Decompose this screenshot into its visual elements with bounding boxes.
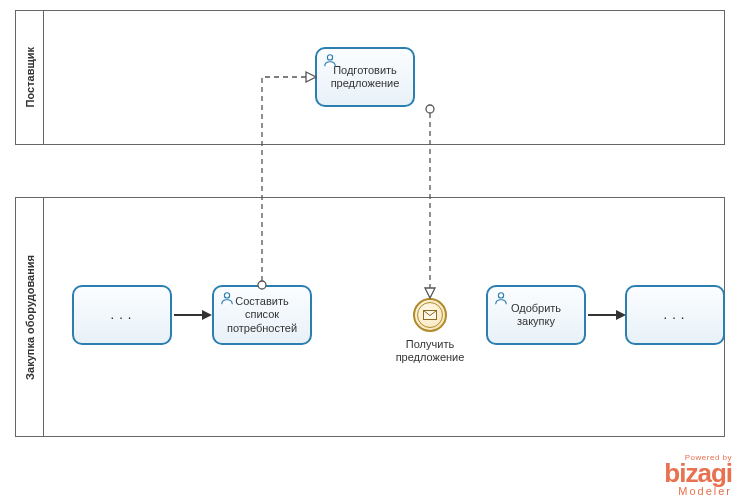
task-approve[interactable]: Одобрить закупку: [486, 285, 586, 345]
user-icon: [220, 291, 234, 305]
flow-sp1-compose-head: [202, 310, 212, 320]
subprocess-right-label: ...: [662, 309, 688, 322]
pool-procurement-label: Закупка оборудования: [24, 255, 36, 380]
task-approve-label: Одобрить закупку: [494, 302, 578, 328]
event-inner-ring: [417, 302, 443, 328]
branding-name: bizagi: [664, 462, 732, 485]
event-receive-offer[interactable]: [413, 298, 447, 332]
task-compose-list[interactable]: Составить список потребностей: [212, 285, 312, 345]
flow-approve-sp2: [588, 314, 618, 316]
svg-point-1: [224, 293, 229, 298]
svg-point-3: [498, 293, 503, 298]
envelope-icon: [423, 310, 437, 320]
user-icon: [323, 53, 337, 67]
pool-supplier-label: Поставщик: [24, 47, 36, 107]
subprocess-right[interactable]: ...: [625, 285, 725, 345]
flow-approve-sp2-head: [616, 310, 626, 320]
task-prepare-offer[interactable]: Подготовить предложение: [315, 47, 415, 107]
event-receive-offer-label: Получить предложение: [385, 338, 475, 364]
subprocess-left-label: ...: [109, 309, 135, 322]
user-icon: [494, 291, 508, 305]
task-prepare-offer-label: Подготовить предложение: [323, 64, 407, 90]
pool-procurement-header: Закупка оборудования: [16, 198, 44, 436]
branding-logo: Powered by bizagi Modeler: [664, 453, 732, 497]
flow-sp1-compose: [174, 314, 204, 316]
pool-supplier-header: Поставщик: [16, 11, 44, 144]
subprocess-left[interactable]: ...: [72, 285, 172, 345]
svg-point-0: [327, 55, 332, 60]
